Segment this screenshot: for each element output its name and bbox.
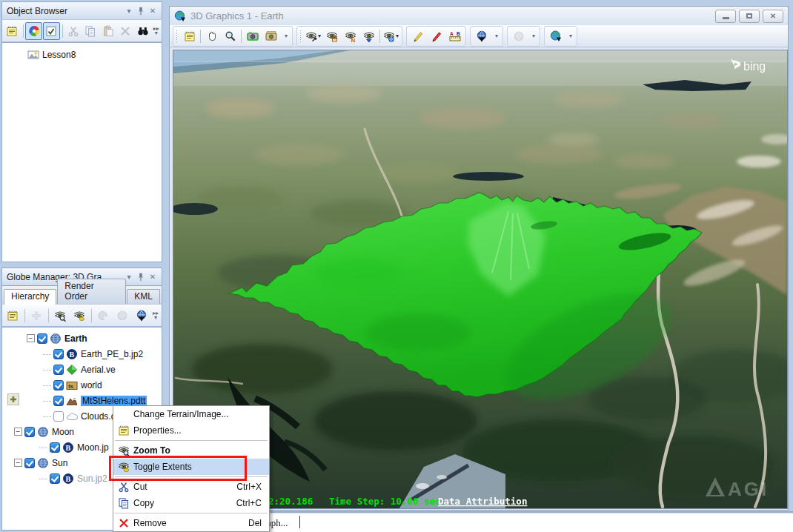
tab-render-order[interactable]: Render Order [57, 279, 126, 304]
toggle-extents-button[interactable] [70, 307, 89, 325]
north-up-button[interactable] [341, 27, 359, 45]
record-button[interactable] [262, 27, 280, 45]
toolbar-overflow-button[interactable]: ▾ [492, 34, 501, 39]
menu-item-label: Remove [133, 518, 248, 528]
checkbox-clouds[interactable] [53, 411, 64, 422]
data-attribution-link[interactable]: Data Attribution [438, 496, 527, 507]
menu-item-properties[interactable]: Properties... [113, 422, 269, 439]
notepad-icon [118, 425, 130, 436]
find-button[interactable] [135, 22, 152, 40]
checkbox-earth[interactable] [37, 333, 47, 344]
eye-magnifier-icon [54, 310, 66, 322]
checkbox-world[interactable] [53, 380, 64, 390]
collapse-icon[interactable]: − [27, 334, 35, 342]
menu-item-change-terrain[interactable]: Change Terrain/Image... [113, 406, 269, 422]
menu-item-label: Toggle Extents [133, 462, 269, 472]
scissors-icon [118, 481, 130, 493]
delete-button[interactable] [117, 22, 134, 40]
properties-button[interactable] [4, 307, 22, 325]
menu-item-copy[interactable]: Copy Ctrl+C [113, 495, 269, 511]
extent-texture [366, 314, 470, 350]
toolbar-grip[interactable] [176, 30, 178, 43]
globe-gray-icon [513, 30, 525, 42]
restore-button[interactable] [739, 10, 760, 23]
menu-item-cut[interactable]: Cut Ctrl+X [113, 479, 269, 495]
panel-close-button[interactable]: ✕ [147, 5, 159, 16]
show-checkboxes-button[interactable] [43, 22, 60, 40]
properties-button[interactable] [4, 22, 21, 40]
color-mode-button[interactable] [25, 22, 42, 40]
panel-pin-button[interactable] [135, 5, 147, 16]
tree-row-earth-pe[interactable]: Earth_PE_b.jp2 [2, 346, 162, 362]
add-button[interactable] [27, 307, 46, 325]
camera-icon [247, 30, 259, 42]
copy-button[interactable] [82, 22, 99, 40]
tree-label: Sun.jp2 [77, 473, 107, 484]
animation-time: 2:20.186 [268, 496, 313, 507]
highlight-pen-button[interactable] [408, 27, 427, 45]
eye-arrow-icon [305, 30, 317, 42]
cut-button[interactable] [64, 22, 82, 40]
checkbox-mtsthelens[interactable] [53, 396, 64, 406]
central-body-button[interactable] [546, 27, 565, 45]
menu-item-zoom-to[interactable]: Zoom To [113, 442, 269, 459]
view-from-button[interactable]: ▾ [304, 27, 322, 45]
pan-button[interactable] [202, 27, 221, 45]
properties-button[interactable] [180, 27, 199, 45]
measure-button[interactable] [445, 27, 464, 45]
toolbar-overflow-button[interactable]: ▾ [282, 34, 291, 39]
panel-pin-button[interactable] [135, 271, 147, 282]
menu-item-toggle-extents[interactable]: Toggle Extents [113, 459, 269, 475]
toolbar-overflow-button[interactable]: ▸▸▾ [152, 27, 160, 36]
tree-row-earth[interactable]: − Earth [2, 330, 162, 346]
panel-close-button[interactable]: ✕ [147, 271, 159, 282]
tree-row-world[interactable]: world [2, 377, 162, 393]
tree-connector [43, 369, 51, 370]
globe-gray-icon [116, 310, 128, 322]
close-button[interactable]: ✕ [763, 10, 783, 23]
notepad-icon [6, 25, 18, 37]
checkbox-sun[interactable] [24, 458, 35, 468]
toolbar-overflow-button[interactable]: ▸▸▾ [151, 311, 160, 320]
collapse-icon[interactable]: − [14, 459, 22, 467]
toolbar-overflow-button[interactable]: ▾ [566, 34, 575, 39]
look-down-button[interactable] [359, 27, 378, 45]
toolbar-overflow-button[interactable]: ▾ [529, 34, 538, 39]
tree-row-aerial[interactable]: Aerial.ve [2, 362, 162, 377]
zoom-button[interactable] [221, 27, 239, 45]
tab-kml[interactable]: KML [127, 289, 160, 304]
cloud-icon [66, 410, 78, 422]
panel-menu-button[interactable]: ▾ [123, 5, 135, 16]
graphics-window-titlebar[interactable]: 3D Graphics 1 - Earth ✕ [170, 7, 788, 25]
checkbox-aerial[interactable] [53, 365, 64, 375]
save-globe-button[interactable] [113, 307, 131, 325]
checkbox-earth-pe[interactable] [53, 349, 64, 359]
snapshot-button[interactable] [243, 27, 262, 45]
notepad-icon [184, 30, 196, 42]
checkbox-moon-jp[interactable] [50, 442, 60, 453]
menu-item-remove[interactable]: Remove Del [113, 515, 269, 531]
minimize-button[interactable] [715, 10, 736, 23]
home-view-button[interactable] [322, 27, 341, 45]
paste-icon [102, 25, 114, 37]
new-globe-button[interactable] [132, 307, 150, 325]
red-pen-button[interactable] [427, 27, 445, 45]
object-item-label: Lesson8 [42, 50, 76, 60]
view-globe-button[interactable]: ▾ [382, 27, 400, 45]
collapse-icon[interactable]: − [14, 428, 22, 436]
object-browser-title: Object Browser [7, 6, 123, 16]
mdi-tab-label[interactable]: aph... [267, 517, 288, 529]
zoom-to-button[interactable] [51, 307, 70, 325]
checkbox-sun-jp2[interactable] [50, 473, 60, 484]
overflow-arrow-icon: ▾ [495, 34, 498, 39]
toolbar-grip[interactable] [299, 30, 302, 43]
tree-label: Earth_PE_b.jp2 [81, 349, 143, 359]
toolbar-group-main: ▾ [173, 26, 293, 47]
object-item-lesson8[interactable]: Lesson8 [2, 47, 162, 62]
paste-button[interactable] [100, 22, 117, 40]
add-globe-button[interactable] [94, 307, 113, 325]
globe-save-button[interactable] [509, 27, 528, 45]
tab-hierarchy[interactable]: Hierarchy [4, 289, 56, 305]
checkbox-moon[interactable] [24, 427, 35, 437]
globe-options-button[interactable] [472, 27, 491, 45]
